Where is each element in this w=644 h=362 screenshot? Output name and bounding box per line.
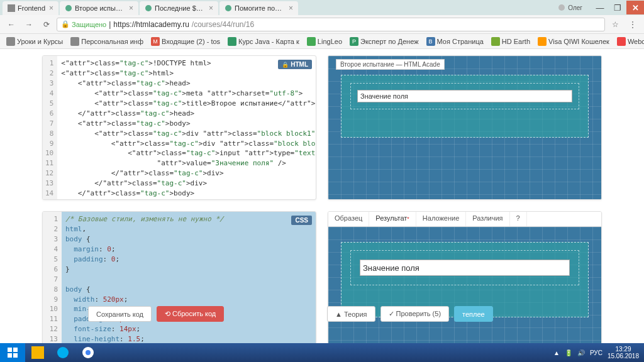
check-button[interactable]: ✓ Проверить (5) (380, 306, 450, 322)
bookmark-item[interactable]: Уроки и Курсы (4, 36, 65, 47)
browser-tab[interactable]: Последние $10. Блочна× (140, 1, 218, 15)
svg-point-2 (145, 5, 152, 11)
tray-clock[interactable]: 13:29 15.06.2018 (608, 346, 639, 359)
close-icon[interactable]: × (129, 4, 133, 13)
tray-lang[interactable]: РУС (590, 349, 602, 356)
lock-icon: 🔒 Защищено (61, 20, 106, 28)
bookmark-item[interactable]: LingLeo (304, 36, 345, 47)
css-code-body[interactable]: /* Базовые стили, изменять не нужно */ h… (62, 212, 316, 343)
reload-button[interactable]: ⟳ (39, 17, 54, 32)
browser-tab[interactable]: Второе испытание — Ба× (60, 1, 138, 15)
svg-rect-0 (8, 4, 15, 12)
css-editor-panel: CSS 123456789101112131415161718 /* Базов… (42, 211, 316, 343)
tray-icon[interactable]: 🔋 (565, 349, 572, 356)
html-badge: HTML (278, 60, 312, 69)
reset-button[interactable]: ⟲ Сбросить код (157, 306, 224, 322)
preview-panel: Второе испытание — HTML Acade (328, 55, 602, 200)
tab-sample[interactable]: Образец (328, 212, 369, 226)
close-icon[interactable]: × (49, 4, 53, 13)
svg-point-1 (65, 5, 72, 11)
svg-point-4 (558, 4, 565, 11)
theory-button[interactable]: ▲ Теория (327, 306, 375, 322)
result-input[interactable] (360, 260, 570, 276)
taskbar-app[interactable] (25, 343, 50, 362)
svg-rect-9 (31, 346, 44, 359)
svg-rect-6 (13, 348, 18, 352)
css-badge: CSS (291, 216, 312, 225)
save-button[interactable]: Сохранить код (88, 306, 152, 322)
address-bar[interactable]: 🔒 Защищено | https://htmlacademy.ru/cour… (57, 18, 605, 31)
html-code-body[interactable]: <"attr">class="tag-c">!DOCTYPE html> <"a… (57, 56, 316, 199)
preview-block2 (350, 83, 579, 109)
url-host: https://htmlacademy.ru (113, 20, 189, 29)
taskbar-app[interactable] (75, 343, 101, 362)
back-button[interactable]: ← (4, 17, 19, 32)
svg-point-3 (225, 5, 231, 11)
bookmark-item[interactable]: Персональная инф (68, 36, 146, 47)
svg-point-10 (57, 347, 69, 358)
browser-tab[interactable]: Frontend× (3, 1, 58, 15)
maximize-button[interactable]: ❐ (609, 1, 626, 14)
minimize-button[interactable]: — (591, 1, 609, 14)
html-editor-panel: HTML 123456789101112131415 <"attr">class… (42, 55, 316, 200)
svg-rect-7 (8, 353, 12, 358)
taskbar-app[interactable] (50, 343, 75, 362)
bookmark-item[interactable]: MВходящие (2) - tos (148, 36, 223, 47)
bookmark-item[interactable]: PЭксперт по Денеж (347, 36, 421, 47)
tab-overlay[interactable]: Наложение (416, 212, 466, 226)
tab-result[interactable]: Результат* (369, 212, 416, 226)
tray-icon[interactable]: ▲ (553, 349, 560, 356)
bookmark-item[interactable]: Webcam Toy (614, 36, 644, 47)
svg-rect-8 (13, 353, 18, 358)
close-button[interactable]: ✕ (626, 1, 644, 14)
bookmarks-bar: Уроки и Курсы Персональная инф MВходящие… (0, 34, 644, 49)
preview-input[interactable] (357, 90, 572, 102)
warmer-button[interactable]: теплее (454, 306, 493, 322)
bookmark-item[interactable]: Visa QIWI Кошелек (535, 36, 612, 47)
user-chip[interactable]: Олег (553, 3, 587, 13)
bookmark-item[interactable]: BМоя Страница (424, 36, 486, 47)
result-tabs: Образец Результат* Наложение Различия ? (328, 212, 601, 227)
browser-tab[interactable]: Помогите понять шири× (219, 1, 298, 15)
tray-icon[interactable]: 🔊 (577, 349, 585, 356)
start-button[interactable] (0, 343, 25, 362)
svg-rect-5 (8, 348, 12, 352)
close-icon[interactable]: × (289, 4, 293, 13)
bookmark-item[interactable]: Курс Java - Карта к (225, 36, 302, 47)
tab-help[interactable]: ? (510, 212, 527, 226)
url-path: /courses/44/run/16 (192, 20, 254, 29)
preview-title: Второе испытание — HTML Acade (336, 59, 445, 70)
tab-diff[interactable]: Различия (466, 212, 509, 226)
result-block2 (350, 250, 579, 285)
address-bar-row: ← → ⟳ 🔒 Защищено | https://htmlacademy.r… (0, 15, 644, 34)
preview-block1 (341, 75, 589, 138)
line-gutter: 123456789101112131415 (43, 56, 57, 199)
result-panel: Образец Результат* Наложение Различия ? (328, 211, 602, 343)
system-tray[interactable]: ▲ 🔋 🔊 РУС 13:29 15.06.2018 (553, 346, 644, 359)
close-icon[interactable]: × (209, 4, 213, 13)
menu-icon[interactable]: ⋮ (625, 17, 640, 32)
taskbar: ▲ 🔋 🔊 РУС 13:29 15.06.2018 (0, 343, 644, 362)
svg-point-12 (86, 350, 91, 355)
bookmark-item[interactable]: HD Earth (489, 36, 533, 47)
window-titlebar: Frontend× Второе испытание — Ба× Последн… (0, 0, 644, 15)
forward-button[interactable]: → (21, 17, 36, 32)
line-gutter: 123456789101112131415161718 (43, 212, 62, 343)
star-icon[interactable]: ☆ (608, 17, 623, 32)
